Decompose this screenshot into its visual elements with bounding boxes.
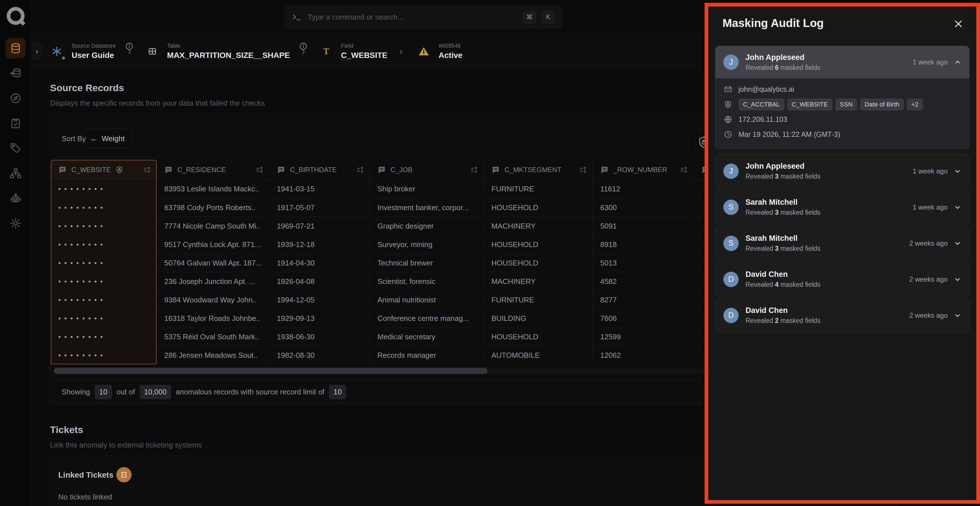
sidebar-item-tags[interactable]: [5, 138, 26, 159]
sidebar-item-settings[interactable]: [5, 213, 26, 233]
user-name: Sarah Mitchell: [746, 198, 820, 207]
masked-cell: ••••••••: [51, 290, 157, 309]
sort-icon[interactable]: [470, 165, 479, 174]
table-cell: Records manager: [370, 346, 484, 364]
sort-icon[interactable]: [256, 165, 264, 174]
audit-entry-header[interactable]: D David Chen Revealed 2 masked fields 2 …: [715, 298, 969, 332]
ip-row: 172.206.11.103: [724, 112, 961, 127]
masked-cell: ••••••••: [51, 309, 157, 327]
audit-entry: J John Appleseed Revealed 3 masked field…: [715, 154, 969, 188]
info-icon[interactable]: [125, 42, 134, 52]
chevron-down-icon[interactable]: [954, 240, 961, 247]
table-cell: 9517 Cynthia Lock Apt. 871...: [157, 235, 269, 254]
breadcrumb-field[interactable]: T Field C_WEBSITE: [317, 42, 387, 60]
chevron-down-icon[interactable]: [954, 204, 961, 211]
table-cell: 236 Joseph Junction Apt. ...: [157, 272, 269, 290]
sidebar-item-lineage[interactable]: [5, 163, 26, 184]
audit-entry-header[interactable]: S Sarah Mitchell Revealed 3 masked field…: [715, 190, 969, 224]
no-tickets-text: No tickets linked: [58, 493, 112, 501]
masked-cell: ••••••••: [51, 217, 157, 235]
table-row[interactable]: ••••••••5375 Reid Oval South Mark..1938-…: [51, 327, 779, 346]
table-cell: 1969-07-21: [269, 217, 370, 235]
audit-entry-header[interactable]: D David Chen Revealed 4 masked fields 2 …: [715, 262, 969, 296]
table-row[interactable]: ••••••••9384 Woodward Way John..1994-12-…: [51, 290, 779, 309]
text-column-type-icon: [277, 165, 285, 174]
column-header[interactable]: C_WEBSITE: [51, 160, 157, 180]
audit-entry-header[interactable]: J John Appleseed Revealed 6 masked field…: [715, 46, 969, 78]
breadcrumb-table-value: MAX_PARTITION_SIZE__SHAPE: [167, 51, 290, 60]
sort-icon[interactable]: [579, 165, 587, 174]
column-header[interactable]: C_MKTSEGMENT: [484, 160, 593, 180]
entry-timestamp: 2 weeks ago: [909, 240, 948, 247]
table-row[interactable]: ••••••••9517 Cynthia Lock Apt. 871...193…: [51, 235, 779, 254]
breadcrumb-anomaly[interactable]: #659546 Active: [415, 42, 463, 60]
text-column-type-icon: [600, 165, 609, 174]
breadcrumb-table[interactable]: Table MAX_PARTITION_SIZE__SHAPE: [143, 42, 290, 60]
table-row[interactable]: ••••••••83953 Leslie Islands Mackc..1941…: [51, 180, 779, 198]
table-cell: 1917-05-07: [269, 198, 370, 217]
time-row: Mar 19 2026, 11:22 AM (GMT-3): [724, 127, 961, 142]
footer-text: Showing: [62, 388, 90, 397]
table-cell: MACHINERY: [484, 272, 593, 290]
checks-icon: [10, 117, 22, 129]
chevron-down-icon[interactable]: [954, 312, 961, 319]
table-cell: 4582: [593, 272, 694, 290]
table-cell: 1926-04-08: [269, 272, 370, 290]
panel-header: Masking Audit Log: [708, 6, 976, 38]
sidebar-item-datastores[interactable]: [5, 38, 26, 59]
close-button[interactable]: [954, 19, 963, 29]
revealed-summary: Revealed 4 masked fields: [746, 281, 820, 289]
sort-icon[interactable]: [143, 165, 151, 174]
table-cell: 1914-04-30: [269, 254, 370, 272]
user-name: David Chen: [746, 306, 820, 315]
audit-entry-header[interactable]: J John Appleseed Revealed 3 masked field…: [715, 154, 969, 188]
table-row[interactable]: ••••••••7774 Nicole Camp South Mi..1969-…: [51, 217, 779, 235]
column-header[interactable]: _ROW_NUMBER: [593, 160, 694, 180]
table-cell: Graphic designer: [370, 217, 484, 235]
masked-field-chip: C_ACCTBAL: [738, 98, 784, 111]
info-icon[interactable]: [299, 42, 307, 52]
column-header[interactable]: C_BIRTHDATE: [269, 160, 370, 180]
sidebar-expand-button[interactable]: ›: [31, 43, 43, 60]
chevron-down-icon[interactable]: [954, 276, 961, 283]
linked-tickets-label: Linked Tickets: [58, 471, 113, 480]
scrollbar-thumb[interactable]: [54, 368, 487, 374]
table-cell: 1929-09-13: [269, 309, 370, 327]
table-body: ••••••••83953 Leslie Islands Mackc..1941…: [51, 180, 779, 364]
sidebar-item-checks[interactable]: [5, 113, 26, 133]
revealed-summary: Revealed 3 masked fields: [746, 173, 820, 180]
table-row[interactable]: ••••••••286 Jensen Meadows Sout..1982-08…: [51, 346, 779, 364]
text-column-type-icon: [492, 165, 500, 174]
sort-icon[interactable]: [356, 165, 365, 174]
chevron-down-icon[interactable]: [954, 59, 961, 66]
command-bar[interactable]: ⌘ K: [284, 6, 562, 29]
datastores-icon: [10, 42, 22, 54]
more-fields-chip[interactable]: +2: [907, 98, 923, 111]
sort-icon[interactable]: [680, 165, 688, 174]
breadcrumb-table-label: Table: [167, 43, 290, 49]
table-cell: Medical secretary: [370, 327, 484, 346]
column-header[interactable]: C_JOB: [370, 160, 484, 180]
table-row[interactable]: ••••••••236 Joseph Junction Apt. ...1926…: [51, 272, 779, 290]
audit-entry-header[interactable]: S Sarah Mitchell Revealed 3 masked field…: [715, 226, 969, 260]
table-cell: Investment banker, corpor...: [370, 198, 484, 217]
sidebar-item-explore[interactable]: [5, 88, 26, 108]
table-cell: HOUSEHOLD: [484, 198, 593, 217]
sort-weight-button[interactable]: ← Weight: [83, 128, 132, 149]
breadcrumb-datastore[interactable]: Source Datastore User Guide: [48, 42, 116, 60]
table-icon: [143, 42, 161, 60]
sidebar-item-ingestion[interactable]: [5, 63, 26, 84]
table-row[interactable]: ••••••••63798 Cody Ports Roberts..1917-0…: [51, 198, 779, 217]
table-cell: 50764 Galvan Wall Apt. 187...: [157, 254, 269, 272]
add-ticket-button[interactable]: [116, 467, 132, 482]
chevron-down-icon[interactable]: [954, 168, 961, 175]
command-input[interactable]: [308, 13, 517, 22]
ip-address: 172.206.11.103: [738, 115, 787, 124]
table-row[interactable]: ••••••••16318 Taylor Roads Johnbe..1929-…: [51, 309, 779, 327]
avatar: D: [723, 308, 739, 323]
column-header[interactable]: C_RESIDENCE: [157, 160, 269, 180]
source-records-subtitle: Displays the specific records from your …: [50, 99, 265, 108]
table-row[interactable]: ••••••••50764 Galvan Wall Apt. 187...191…: [51, 254, 779, 272]
sidebar-item-assistant[interactable]: [5, 188, 26, 208]
masking-audit-log-panel: Masking Audit Log J John Appleseed Revea…: [705, 3, 980, 504]
